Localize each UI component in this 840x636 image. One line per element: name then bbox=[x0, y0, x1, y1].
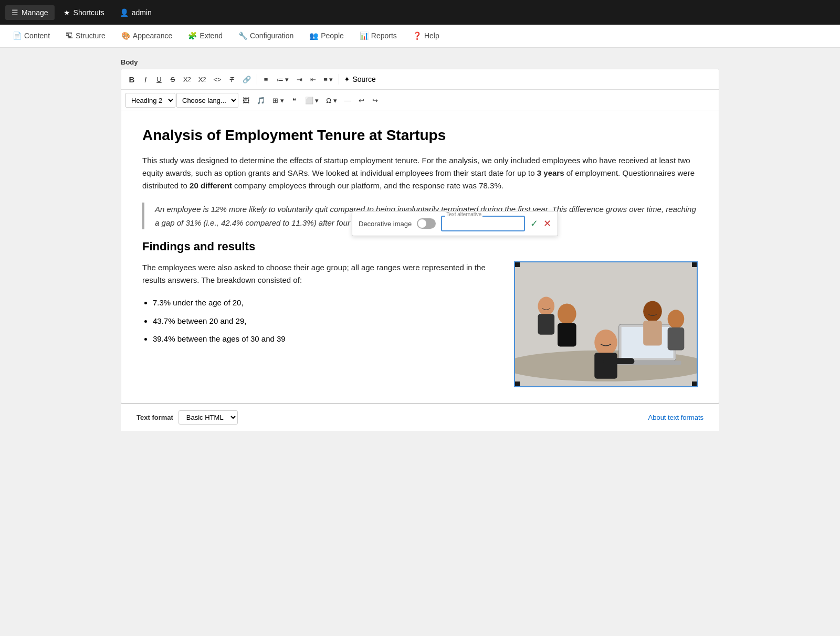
link-button[interactable]: 🔗 bbox=[239, 72, 254, 86]
nav-structure[interactable]: 🏗 Structure bbox=[58, 26, 113, 46]
file-icon: 📄 bbox=[13, 31, 22, 40]
paragraph-1: This study was designed to determine the… bbox=[142, 154, 698, 192]
text-alt-field-wrap: Text alternative bbox=[441, 216, 525, 231]
star-icon: ★ bbox=[64, 8, 70, 17]
config-icon: 🔧 bbox=[238, 31, 247, 40]
nav-help-label: Help bbox=[424, 31, 439, 40]
divider-1 bbox=[257, 74, 257, 84]
strikethrough-button[interactable]: S bbox=[166, 72, 179, 86]
decorative-label: Decorative image bbox=[359, 220, 412, 228]
image-content bbox=[515, 262, 697, 386]
shortcuts-menu[interactable]: ★ Shortcuts bbox=[57, 5, 111, 20]
body-field-label: Body bbox=[121, 58, 719, 66]
people-image-svg bbox=[515, 262, 697, 386]
redo-button[interactable]: ↪ bbox=[369, 93, 382, 107]
main-content: Body B I U S X2 X2 <> T 🔗 ≡ ≔ ▾ ⇥ ⇤ ≡ ▾ … bbox=[105, 48, 735, 441]
findings-row: The employees were also asked to choose … bbox=[142, 261, 698, 387]
bullet-3: 39.4% between the ages of 30 and 39 bbox=[153, 333, 498, 345]
manage-menu[interactable]: ☰ Manage bbox=[5, 5, 55, 20]
image-button[interactable]: 🖼 bbox=[239, 93, 253, 107]
top-bar: ☰ Manage ★ Shortcuts 👤 admin bbox=[0, 0, 840, 25]
svg-point-8 bbox=[558, 303, 576, 324]
svg-rect-7 bbox=[603, 358, 634, 364]
handle-top-right[interactable] bbox=[692, 262, 697, 267]
secondary-nav: 📄 Content 🏗 Structure 🎨 Appearance 🧩 Ext… bbox=[0, 25, 840, 48]
handle-bottom-left[interactable] bbox=[514, 381, 520, 387]
format-select[interactable]: Basic HTML Full HTML Plain text bbox=[178, 410, 238, 425]
admin-label: admin bbox=[132, 8, 152, 17]
nav-appearance[interactable]: 🎨 Appearance bbox=[114, 26, 180, 46]
outdent-button[interactable]: ⇤ bbox=[307, 72, 319, 86]
bullet-1: 7.3% under the age of 20, bbox=[153, 297, 498, 309]
admin-menu[interactable]: 👤 admin bbox=[113, 5, 158, 20]
hr-button[interactable]: — bbox=[341, 93, 354, 107]
nav-reports[interactable]: 📊 Reports bbox=[352, 26, 404, 46]
nav-content[interactable]: 📄 Content bbox=[5, 26, 57, 46]
nav-people[interactable]: 👥 People bbox=[302, 26, 351, 46]
user-icon: 👤 bbox=[120, 8, 129, 17]
people-icon: 👥 bbox=[309, 31, 318, 40]
extend-icon: 🧩 bbox=[188, 31, 197, 40]
svg-point-12 bbox=[643, 301, 662, 322]
special-chars-button[interactable]: ⬜ ▾ bbox=[302, 93, 322, 107]
bold-button[interactable]: B bbox=[125, 72, 138, 86]
clear-format-button[interactable]: T bbox=[226, 72, 238, 86]
ul-button[interactable]: ≡ bbox=[260, 72, 272, 86]
structure-icon: 🏗 bbox=[66, 31, 73, 40]
nav-content-label: Content bbox=[24, 31, 50, 40]
editor-container: B I U S X2 X2 <> T 🔗 ≡ ≔ ▾ ⇥ ⇤ ≡ ▾ ✦ Sou… bbox=[121, 69, 719, 404]
undo-button[interactable]: ↩ bbox=[355, 93, 368, 107]
blockquote-button[interactable]: ❝ bbox=[288, 93, 301, 107]
cancel-icon[interactable]: ✕ bbox=[543, 218, 551, 229]
ol-button[interactable]: ≔ ▾ bbox=[274, 72, 292, 86]
format-label: Text format bbox=[136, 414, 173, 421]
superscript-button[interactable]: X2 bbox=[180, 72, 194, 86]
findings-section: Decorative image Text alternative ✓ ✕ Fi… bbox=[142, 240, 698, 387]
nav-configuration[interactable]: 🔧 Configuration bbox=[231, 26, 301, 46]
toolbar-row-2: Heading 2 Heading 1 Heading 3 Paragraph … bbox=[121, 90, 719, 111]
editor-body[interactable]: Analysis of Employment Tenure at Startup… bbox=[121, 111, 719, 403]
nav-help[interactable]: ❓ Help bbox=[405, 26, 447, 46]
text-alt-label: Text alternative bbox=[445, 211, 482, 217]
findings-heading: Findings and results bbox=[142, 240, 698, 253]
appearance-icon: 🎨 bbox=[121, 31, 130, 40]
italic-button[interactable]: I bbox=[139, 72, 152, 86]
nav-extend[interactable]: 🧩 Extend bbox=[181, 26, 230, 46]
hamburger-icon: ☰ bbox=[12, 8, 18, 17]
subscript-button[interactable]: X2 bbox=[195, 72, 209, 86]
shortcuts-label: Shortcuts bbox=[74, 8, 104, 17]
nav-structure-label: Structure bbox=[76, 31, 106, 40]
omega-button[interactable]: Ω ▾ bbox=[323, 93, 340, 107]
document-title: Analysis of Employment Tenure at Startup… bbox=[142, 127, 698, 144]
table-button[interactable]: ⊞ ▾ bbox=[269, 93, 287, 107]
svg-point-10 bbox=[538, 297, 554, 316]
lang-select[interactable]: Choose lang... bbox=[176, 93, 238, 108]
bullet-2: 43.7% between 20 and 29, bbox=[153, 315, 498, 327]
divider-2 bbox=[339, 74, 339, 84]
handle-top-left[interactable] bbox=[514, 262, 520, 267]
bold-years: 3 years bbox=[537, 168, 564, 177]
handle-bottom-right[interactable] bbox=[692, 381, 697, 387]
confirm-icon[interactable]: ✓ bbox=[530, 218, 538, 229]
manage-label: Manage bbox=[22, 8, 48, 17]
media-button[interactable]: 🎵 bbox=[254, 93, 268, 107]
svg-rect-9 bbox=[558, 323, 576, 346]
about-text-formats-link[interactable]: About text formats bbox=[648, 414, 704, 421]
code-button[interactable]: <> bbox=[210, 72, 224, 86]
format-wrap: Text format Basic HTML Full HTML Plain t… bbox=[136, 410, 238, 425]
bottom-bar: Text format Basic HTML Full HTML Plain t… bbox=[121, 404, 719, 431]
align-button[interactable]: ≡ ▾ bbox=[320, 72, 336, 86]
svg-rect-6 bbox=[594, 353, 617, 378]
findings-text: The employees were also asked to choose … bbox=[142, 261, 498, 352]
underline-button[interactable]: U bbox=[153, 72, 165, 86]
decorative-toggle[interactable] bbox=[417, 218, 436, 229]
source-button[interactable]: ✦ Source bbox=[344, 75, 375, 83]
toolbar-row-1: B I U S X2 X2 <> T 🔗 ≡ ≔ ▾ ⇥ ⇤ ≡ ▾ ✦ Sou… bbox=[121, 69, 719, 90]
indent-button[interactable]: ⇥ bbox=[293, 72, 306, 86]
selected-image[interactable] bbox=[514, 261, 698, 387]
help-icon: ❓ bbox=[413, 31, 422, 40]
findings-para: The employees were also asked to choose … bbox=[142, 261, 498, 287]
text-alt-input[interactable] bbox=[441, 216, 525, 231]
heading-select[interactable]: Heading 2 Heading 1 Heading 3 Paragraph bbox=[125, 93, 175, 108]
image-alt-dialog: Decorative image Text alternative ✓ ✕ bbox=[352, 211, 558, 236]
